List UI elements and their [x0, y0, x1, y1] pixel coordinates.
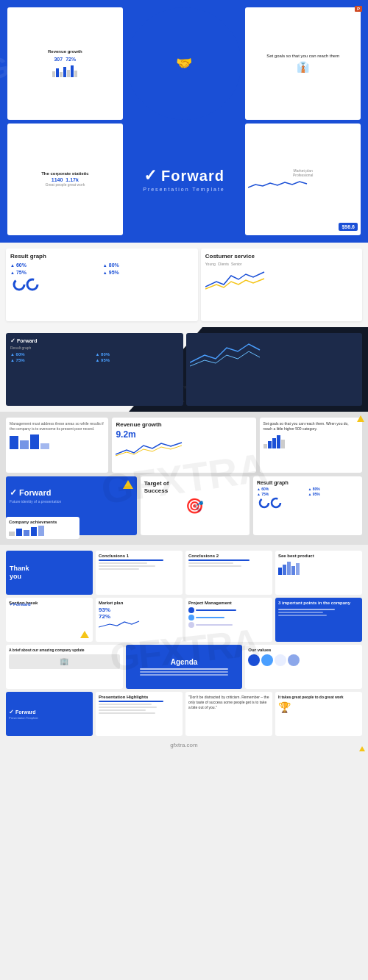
forward-cover-sub: Future identity of a presentation [10, 499, 133, 504]
result-donut [10, 278, 194, 291]
thumb-market-title: Market plan [99, 601, 180, 605]
tab-clients: Clients [218, 262, 229, 266]
section-break-tri [80, 631, 89, 638]
thumb-forward-blue: ✓ Forward Presentation Template [6, 692, 93, 736]
stat-95: ▲ 95% [103, 270, 194, 275]
thumb-conc1-title: Conclusions 1 [99, 554, 180, 558]
brand-tagline: Presentation Template [143, 187, 225, 192]
thumb-about-img: 🏢 [60, 657, 68, 665]
slide-market: Market plan Professional $98.6 [245, 124, 361, 236]
thumb-market-72: 72% [99, 613, 180, 620]
customer-service-title: Costumer service [205, 253, 358, 260]
result-graph-title: Result graph [10, 253, 194, 260]
thumb-highlights-title: Presentation Highlights [99, 695, 180, 699]
thumb-3points: 3 important points in the company [275, 598, 362, 642]
thumb-agenda: Agenda [126, 645, 243, 689]
forward-dark-slide: ✓ Forward Result graph ▲ 60% ▲ 80% ▲ 75%… [6, 333, 183, 406]
tab-young: Young [205, 262, 216, 266]
thumb-about-title: A brief about our amazing company update [9, 648, 120, 653]
thumb-agenda-title: Agenda [171, 658, 198, 666]
thumb-thank-you: Thankyou [6, 551, 93, 595]
tab-senior: Senior [231, 262, 241, 266]
logo-check-icon: ✓ [144, 166, 157, 185]
revenue-growth-slide: Revenue growth 9.2m [112, 418, 255, 473]
result-graph-light: Result graph ▲ 60% ▲ 80% ▲ 75% [6, 248, 198, 321]
dark-logo-text: Forward [17, 338, 38, 343]
result-graph-right-title: Result graph [257, 480, 358, 485]
slide-revenue: Revenue growth 307 72% [7, 7, 123, 120]
revenue-chart [116, 440, 252, 458]
thumb-quote: "Don't be distracted by criticism. Remem… [185, 692, 272, 736]
dark-logo-sub: Result graph [10, 346, 179, 350]
management-slide: Management must address these areas so w… [6, 418, 108, 473]
thumb-market-plan: Market plan 93% 72% [96, 598, 183, 642]
stat-80: ▲ 80% [103, 262, 194, 268]
slide-goals-text: Set goals so that you can reach them [266, 54, 339, 60]
slide-corporate-title: The corporate statistic [41, 171, 88, 176]
management-text: Management must address these areas so w… [10, 421, 105, 432]
thumb-quote-text: "Don't be distracted by criticism. Remem… [188, 695, 269, 710]
thumb-3points-title: 3 important points in the company [278, 601, 359, 607]
thumb-best-product: See best product [275, 551, 362, 595]
price-badge: $98.6 [339, 223, 358, 231]
triangle-yellow-sm [357, 415, 364, 422]
thumb-our-values: Our values [245, 645, 362, 689]
hero-section: Revenue growth 307 72% 🤝 [0, 0, 368, 243]
brand-name: Forward [161, 168, 224, 185]
dark-chart-slide [186, 333, 362, 406]
company-achievments-title: Company achievments [9, 520, 77, 524]
thumb-project-title: Project Management [188, 601, 269, 605]
thumb-fwd-name: Forward [15, 709, 36, 715]
mid-section: Management must address these areas so w… [0, 412, 368, 545]
thumb-great-people: It takes great people to do great work 🏆 [275, 692, 362, 736]
thumb-conclusions1: Conclusions 1 [96, 551, 183, 595]
slide-revenue-title: Revenue growth [48, 49, 82, 54]
target-title: Target ofSuccess [144, 480, 246, 494]
thumb-conclusions2: Conclusions 2 [185, 551, 272, 595]
stat-60: ▲ 60% [10, 262, 101, 268]
quote-tri [359, 746, 365, 751]
page-wrapper: Revenue growth 307 72% 🤝 [0, 0, 368, 754]
svg-point-3 [272, 498, 280, 507]
hero-brand-center: ✓ Forward Presentation Template [127, 124, 242, 236]
slide-handshake: 🤝 [127, 7, 242, 120]
customer-chart [205, 268, 358, 290]
forward-logo-name: Forward [19, 488, 51, 497]
thumb-market-chart [99, 620, 180, 630]
target-success-slide: Target ofSuccess 🎯 [141, 476, 250, 535]
split-top: Result graph ▲ 60% ▲ 80% ▲ 75% [0, 243, 368, 327]
svg-point-2 [260, 498, 269, 507]
yellow-tri-cover [123, 480, 133, 489]
revenue-value: 9.2m [116, 429, 252, 440]
stat-75: ▲ 75% [10, 270, 101, 275]
thumb-best-title: See best product [278, 554, 359, 558]
ppt-icon: P [355, 6, 362, 12]
thumb-highlights: Presentation Highlights [96, 692, 183, 736]
thumb-project-mgmt: Project Management [185, 598, 272, 642]
dark-line-chart [190, 337, 358, 370]
market-chart [248, 180, 358, 190]
forward-logo-check: ✓ [10, 487, 17, 498]
result-graph-donut-sm [257, 496, 358, 509]
svg-point-1 [27, 279, 38, 290]
split-bottom: ✓ Forward Result graph ▲ 60% ▲ 80% ▲ 75%… [0, 327, 368, 412]
gfxtra-url: gfxtra.com [6, 739, 362, 748]
thumb-section-break: Section break ✓Forward [6, 598, 93, 642]
thumb-thank-title: Thankyou [10, 565, 89, 581]
thumb-values-title: Our values [248, 648, 359, 652]
set-goals-text: Set goals so that you can reach them. Wh… [263, 421, 358, 432]
thumb-great-title: It takes great people to do great work [278, 695, 359, 700]
target-icon: 🎯 [185, 497, 204, 515]
thumb-market-93: 93% [99, 607, 180, 613]
split-section: Result graph ▲ 60% ▲ 80% ▲ 75% [0, 243, 368, 412]
section-break-fwd: ✓Forward [10, 601, 31, 607]
slide-goals: Set goals so that you can reach them 👔 [245, 7, 361, 120]
revenue-title: Revenue growth [116, 421, 252, 428]
small-triangle-icon [15, 29, 22, 36]
dark-logo-check: ✓ [10, 337, 15, 344]
slide-corporate: The corporate statistic 1140 1.17k Great… [7, 124, 123, 236]
thumb-fwd-tagline: Presentation Template [9, 716, 90, 720]
bottom-section: Thankyou Conclusions 1 Conclusions 2 [0, 545, 368, 754]
svg-point-0 [14, 279, 24, 290]
result-graph-right: Result graph ▲ 60% ▲ 80% ▲ 75% ▲ 95% [253, 476, 362, 535]
